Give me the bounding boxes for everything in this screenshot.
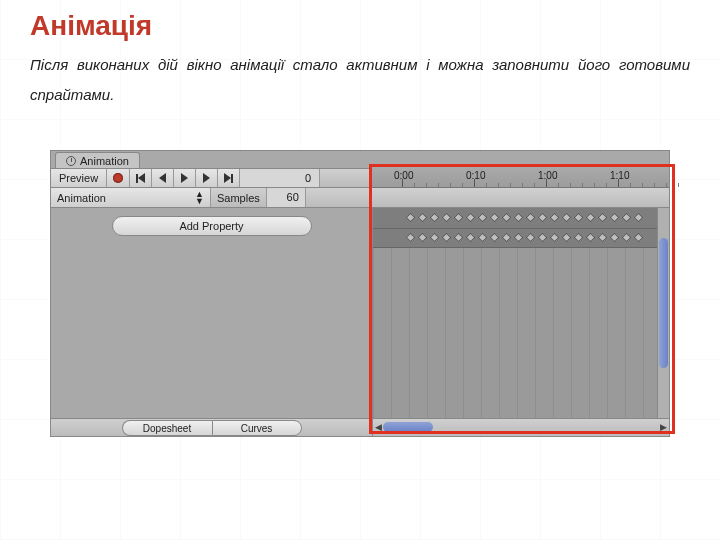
keyframe-diamond[interactable] (430, 233, 440, 243)
scroll-left-icon[interactable]: ◀ (375, 422, 382, 432)
keyframe-diamond[interactable] (406, 233, 416, 243)
frame-number-field[interactable]: 0 (240, 169, 320, 187)
timeline-ruler[interactable]: 0:000:101:001:10 (372, 168, 669, 188)
bottom-bar: Dopesheet Curves ◀ ▶ (51, 418, 669, 436)
keyframe-diamond[interactable] (562, 233, 572, 243)
preview-label: Preview (59, 172, 98, 184)
keyframe-diamond[interactable] (526, 233, 536, 243)
skip-end-icon (224, 173, 233, 183)
samples-label: Samples (211, 188, 266, 207)
keyframe-diamond[interactable] (490, 233, 500, 243)
ruler-label: 0:10 (466, 170, 485, 181)
prev-key-button[interactable] (152, 169, 174, 187)
keyframe-diamond[interactable] (490, 213, 500, 223)
samples-field[interactable]: 60 (266, 188, 306, 207)
keyframe-diamond[interactable] (538, 213, 548, 223)
vertical-scrollbar[interactable] (657, 208, 669, 418)
ruler-label: 0:00 (394, 170, 413, 181)
keyframe-diamond[interactable] (634, 233, 644, 243)
keyframe-diamond[interactable] (574, 233, 584, 243)
record-button[interactable] (107, 169, 130, 187)
animation-tab[interactable]: Animation (55, 152, 140, 169)
prev-key-icon (159, 173, 166, 183)
scroll-right-icon[interactable]: ▶ (660, 422, 667, 432)
keyframe-diamond[interactable] (502, 213, 512, 223)
keyframe-diamond[interactable] (502, 233, 512, 243)
animation-window: Animation Preview 0 Animation ▲▼ (50, 150, 670, 437)
clip-row: Animation ▲▼ Samples 60 (51, 188, 669, 208)
keyframe-diamond[interactable] (514, 233, 524, 243)
vertical-scrollbar-thumb[interactable] (659, 238, 668, 368)
dropdown-icon: ▲▼ (195, 191, 204, 205)
keyframe-diamond[interactable] (406, 213, 416, 223)
ruler-label: 1:10 (610, 170, 629, 181)
keyframe-diamond[interactable] (418, 233, 428, 243)
keyframes[interactable] (373, 208, 657, 248)
next-key-icon (203, 173, 210, 183)
keyframe-diamond[interactable] (478, 213, 488, 223)
skip-start-button[interactable] (130, 169, 152, 187)
keyframe-diamond[interactable] (442, 213, 452, 223)
keyframe-diamond[interactable] (622, 233, 632, 243)
keyframe-diamond[interactable] (598, 233, 608, 243)
keyframe-diamond[interactable] (610, 213, 620, 223)
keyframe-diamond[interactable] (514, 213, 524, 223)
play-button[interactable] (174, 169, 196, 187)
dopesheet-tab[interactable]: Dopesheet (122, 420, 212, 436)
skip-end-button[interactable] (218, 169, 240, 187)
keyframe-diamond[interactable] (526, 213, 536, 223)
page-description: Після виконаних дій вікно анімації стало… (30, 50, 690, 110)
ruler-label: 1:00 (538, 170, 557, 181)
keyframe-diamond[interactable] (610, 233, 620, 243)
keyframe-diamond[interactable] (454, 213, 464, 223)
keyframe-diamond[interactable] (430, 213, 440, 223)
keyframe-diamond[interactable] (598, 213, 608, 223)
keyframe-diamond[interactable] (550, 233, 560, 243)
keyframe-diamond[interactable] (586, 213, 596, 223)
keyframe-diamond[interactable] (466, 233, 476, 243)
keyframe-diamond[interactable] (574, 213, 584, 223)
skip-start-icon (136, 173, 145, 183)
keyframe-diamond[interactable] (442, 233, 452, 243)
keyframe-diamond[interactable] (418, 213, 428, 223)
keyframe-diamond[interactable] (550, 213, 560, 223)
keyframe-diamond[interactable] (562, 213, 572, 223)
dopesheet-pane[interactable] (373, 208, 669, 418)
keyframe-diamond[interactable] (538, 233, 548, 243)
next-key-button[interactable] (196, 169, 218, 187)
record-icon (113, 173, 123, 183)
keyframe-diamond[interactable] (478, 233, 488, 243)
keyframe-diamond[interactable] (622, 213, 632, 223)
play-icon (181, 173, 188, 183)
clip-name: Animation (57, 192, 106, 204)
page-title: Анімація (30, 10, 690, 42)
horizontal-scrollbar[interactable]: ◀ ▶ (373, 419, 669, 436)
keyframe-diamond[interactable] (454, 233, 464, 243)
keyframe-diamond[interactable] (586, 233, 596, 243)
animation-tab-label: Animation (80, 155, 129, 167)
add-property-button[interactable]: Add Property (112, 216, 312, 236)
horizontal-scrollbar-thumb[interactable] (383, 422, 433, 432)
clock-icon (66, 156, 76, 166)
clip-select[interactable]: Animation ▲▼ (51, 188, 211, 207)
keyframe-diamond[interactable] (466, 213, 476, 223)
property-pane: Add Property (51, 208, 373, 418)
keyframe-diamond[interactable] (634, 213, 644, 223)
curves-tab[interactable]: Curves (212, 420, 302, 436)
preview-button[interactable]: Preview (51, 169, 107, 187)
